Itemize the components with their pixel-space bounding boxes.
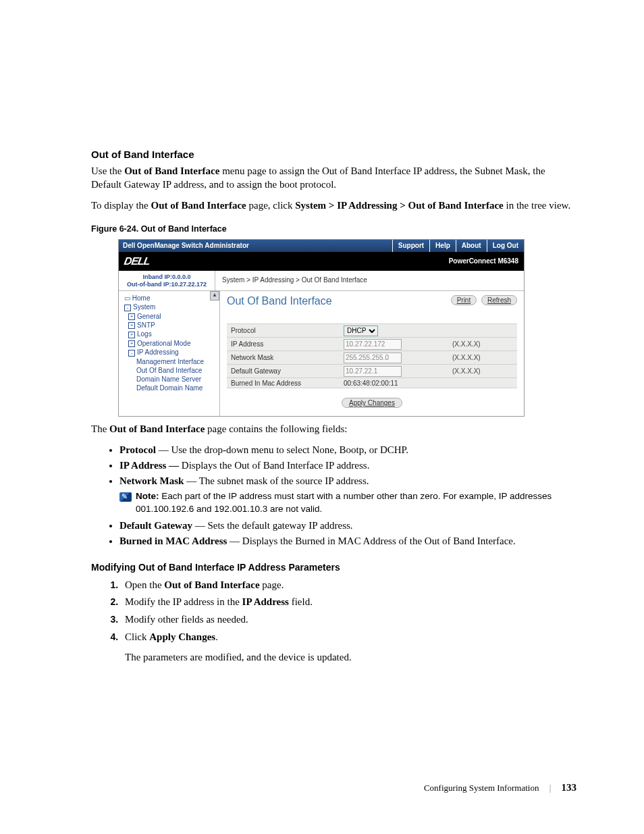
field-desc: — Use the drop-down menu to select None,…	[156, 444, 408, 455]
expand-icon[interactable]: +	[128, 322, 135, 329]
oob-ip: 10.27.22.172	[171, 281, 207, 288]
collapse-icon[interactable]: -	[124, 305, 131, 311]
nav-help[interactable]: Help	[429, 240, 456, 252]
tree-label: Management Interface	[136, 358, 204, 365]
tree-label: Domain Name Server	[136, 375, 201, 383]
step-result: The parameters are modified, and the dev…	[125, 652, 576, 663]
label-protocol: Protocol	[227, 324, 340, 338]
row-gateway: Default Gateway (X.X.X.X)	[227, 365, 517, 378]
tree-label: Out Of Band Interface	[136, 367, 202, 374]
step-2: Modify the IP address in the IP Address …	[121, 595, 576, 610]
tree-item-logs[interactable]: +Logs	[122, 330, 219, 338]
text-bold: Apply Changes	[149, 631, 215, 642]
hint: (X.X.X.X)	[448, 365, 517, 378]
field-list: Protocol — Use the drop-down menu to sel…	[91, 443, 576, 548]
nav-logout[interactable]: Log Out	[487, 240, 524, 252]
inband-ip: 0.0.0.0	[172, 273, 191, 280]
step-1: Open the Out of Band Interface page.	[121, 578, 576, 593]
tree-item-oob-iface[interactable]: Out Of Band Interface	[122, 366, 219, 375]
field-ip: IP Address — Displays the Out of Band In…	[119, 459, 576, 472]
navigation-paragraph: To display the Out of Band Interface pag…	[91, 199, 576, 212]
field-name: IP Address —	[119, 460, 179, 471]
field-desc: — Sets the default gateway IP address.	[192, 520, 353, 531]
expand-icon[interactable]: +	[128, 332, 135, 338]
note-icon	[119, 492, 132, 502]
label-mac: Burned In Mac Address	[227, 378, 340, 388]
apply-changes-button[interactable]: Apply Changes	[342, 398, 402, 408]
field-name: Default Gateway	[119, 520, 192, 531]
hint: (X.X.X.X)	[448, 351, 517, 365]
text: To display the	[91, 200, 151, 211]
text: page, click	[246, 200, 295, 211]
breadcrumb: System > IP Addressing > Out Of Band Int…	[215, 271, 524, 291]
footer-sep: |	[549, 783, 552, 793]
text: in the tree view.	[504, 200, 570, 211]
tree-label: General	[137, 313, 161, 320]
field-gateway: Default Gateway — Sets the default gatew…	[119, 519, 576, 532]
field-desc: — The subnet mask of the source IP addre…	[184, 475, 369, 486]
footer-chapter: Configuring System Information	[424, 783, 539, 793]
page-footer: Configuring System Information | 133	[424, 782, 576, 793]
mask-input[interactable]	[344, 353, 402, 363]
hint: (X.X.X.X)	[448, 338, 517, 351]
text-bold: System > IP Addressing > Out of Band Int…	[295, 200, 504, 211]
tree-item-mgmt-iface[interactable]: Management Interface	[122, 357, 219, 366]
note-text: Each part of the IP address must start w…	[136, 491, 552, 514]
tree-label: System	[133, 303, 155, 311]
label-mask: Network Mask	[227, 351, 340, 365]
row-ip: IP Address (X.X.X.X)	[227, 338, 517, 351]
window-titlebar: Dell OpenManage Switch Administrator Sup…	[119, 240, 524, 252]
text: Click	[125, 631, 149, 642]
field-mask: Network Mask — The subnet mask of the so…	[119, 474, 576, 516]
tree-item-home[interactable]: ▭ Home	[122, 294, 219, 303]
print-button[interactable]: Print	[451, 295, 477, 305]
nav-about[interactable]: About	[456, 240, 487, 252]
expand-icon[interactable]: +	[128, 340, 135, 347]
tree-item-opmode[interactable]: +Operational Mode	[122, 339, 219, 348]
row-protocol: Protocol DHCP	[227, 324, 517, 338]
step-3: Modify other fields as needed.	[121, 613, 576, 627]
row-mac: Burned In Mac Address 00:63:48:02:00:11	[227, 378, 517, 388]
mac-value: 00:63:48:02:00:11	[340, 378, 448, 388]
text: field.	[289, 596, 313, 607]
nav-support[interactable]: Support	[392, 240, 429, 252]
content-heading: Out Of Band Interface	[227, 295, 332, 307]
tree-item-ipaddr[interactable]: -IP Addressing	[122, 348, 219, 357]
text: .	[215, 631, 218, 642]
tree-item-general[interactable]: +General	[122, 312, 219, 321]
ip-input[interactable]	[344, 339, 402, 350]
refresh-button[interactable]: Refresh	[481, 295, 517, 305]
ip-bar: Inband IP:0.0.0.0 Out-of-band IP:10.27.2…	[119, 271, 524, 292]
hint	[448, 378, 517, 388]
tree-item-domain[interactable]: Default Domain Name	[122, 384, 219, 392]
text: Open the	[125, 579, 164, 590]
label-ip: IP Address	[227, 338, 340, 351]
field-protocol: Protocol — Use the drop-down menu to sel…	[119, 443, 576, 457]
intro-paragraph: Use the Out of Band Interface menu page …	[91, 164, 576, 192]
screenshot: Dell OpenManage Switch Administrator Sup…	[118, 239, 525, 417]
app-title: Dell OpenManage Switch Administrator	[119, 242, 392, 249]
oob-label: Out-of-band IP:	[127, 281, 171, 288]
text: Use the	[91, 165, 124, 176]
scroll-up-icon[interactable]: ▲	[210, 291, 219, 301]
tree-label: Logs	[137, 330, 152, 338]
expand-icon[interactable]: +	[128, 313, 135, 320]
tree-item-system[interactable]: -System	[122, 303, 219, 311]
note: Note: Each part of the IP address must s…	[119, 490, 576, 516]
protocol-select[interactable]: DHCP	[344, 325, 378, 336]
text: The	[91, 423, 109, 434]
footer-page-number: 133	[562, 782, 577, 793]
tree-label: Operational Mode	[137, 340, 191, 347]
tree-item-dns[interactable]: Domain Name Server	[122, 375, 219, 384]
text-bold: IP Address	[242, 596, 289, 607]
content-pane: Out Of Band Interface Print Refresh Prot…	[220, 291, 524, 416]
tree-item-sntp[interactable]: +SNTP	[122, 321, 219, 330]
figure-caption: Figure 6-24. Out of Band Interface	[91, 224, 576, 234]
gateway-input[interactable]	[344, 366, 402, 377]
tree-label: IP Addressing	[137, 348, 179, 356]
text: Modify the IP address in the	[125, 596, 242, 607]
collapse-icon[interactable]: -	[128, 350, 135, 357]
tree-label: Home	[132, 294, 151, 302]
label-gateway: Default Gateway	[227, 365, 340, 378]
field-name: Burned in MAC Address	[119, 536, 227, 546]
